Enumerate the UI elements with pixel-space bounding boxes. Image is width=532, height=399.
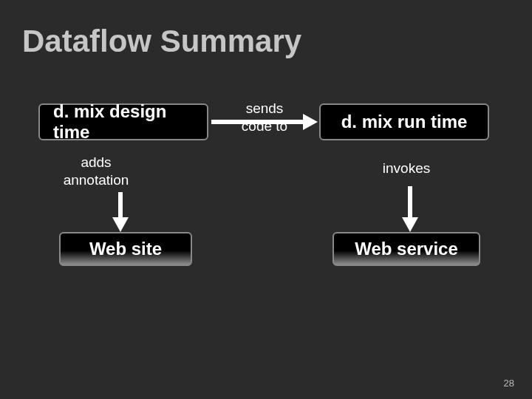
node-web-service: Web service [332,232,480,266]
svg-marker-3 [112,217,129,232]
edge-text: invokes [383,160,430,176]
slide-title: Dataflow Summary [0,0,532,59]
node-web-site: Web site [59,232,192,266]
arrow-right-icon [211,111,318,133]
arrow-down-icon [109,192,132,232]
svg-marker-5 [402,217,418,232]
edge-label-invokes: invokes [347,160,466,177]
edge-label-adds-annotation: adds annotation [59,154,133,189]
node-run-time: d. mix run time [319,103,489,140]
node-design-time: d. mix design time [38,103,208,140]
node-label: d. mix run time [341,112,468,132]
svg-marker-1 [303,114,318,130]
node-label: Web site [89,239,162,259]
arrow-down-icon [399,186,421,232]
node-label: d. mix design time [53,101,194,143]
edge-text: adds [59,154,133,171]
node-label: Web service [355,239,458,259]
slide-number: 28 [504,378,514,389]
edge-text: annotation [59,171,133,189]
